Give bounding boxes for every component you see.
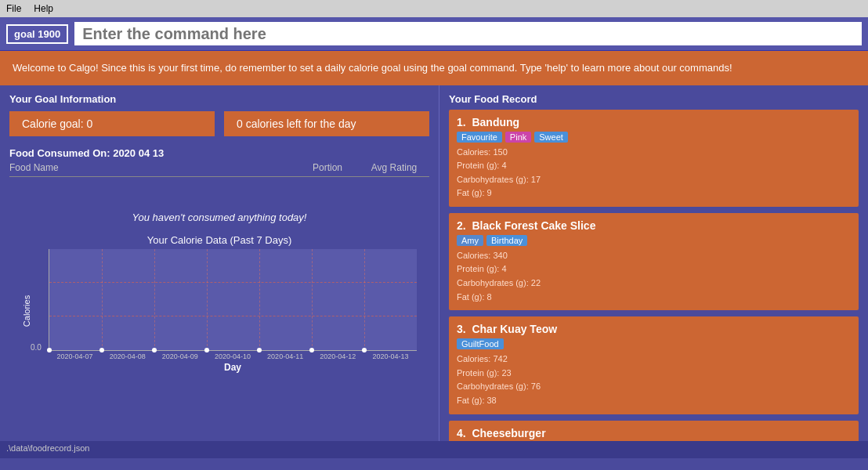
food-record-item: 4. Cheeseburger Restaurant Calories: 450… <box>449 421 859 441</box>
food-record-list[interactable]: 1. Bandung FavouritePinkSweet Calories: … <box>439 110 868 441</box>
chart-x-axis-label: Day <box>42 362 423 373</box>
no-food-message: You haven't consumed anything today! <box>9 212 429 223</box>
food-tag: Pink <box>505 132 531 143</box>
col-food-name: Food Name <box>9 162 296 173</box>
food-protein: Protein (g): 4 <box>457 159 851 173</box>
food-fat: Fat (g): 9 <box>457 186 851 201</box>
dot-3 <box>204 348 209 352</box>
x-label-1: 2020-04-08 <box>110 352 146 360</box>
food-item-name: 3. Char Kuay Teow <box>457 323 851 335</box>
food-record-item: 3. Char Kuay Teow GuiltFood Calories: 74… <box>449 316 859 414</box>
calories-left-box: 0 calories left for the day <box>224 111 429 136</box>
calorie-goal-box: Calorie goal: 0 <box>9 111 215 136</box>
vline-1 <box>102 249 103 350</box>
food-item-name: 1. Bandung <box>457 116 851 128</box>
col-rating: Avg Rating <box>359 162 429 173</box>
chart-area: Your Calorie Data (Past 7 Days) Calories <box>9 231 429 441</box>
dot-1 <box>99 348 104 352</box>
food-item-name: 2. Black Forest Cake Slice <box>457 219 851 232</box>
food-calories: Calories: 742 <box>457 352 851 367</box>
dot-6 <box>362 348 367 352</box>
food-carbs: Carbohydrates (g): 17 <box>457 173 851 187</box>
right-panel: Your Food Record 1. Bandung FavouritePin… <box>439 85 868 441</box>
x-label-2: 2020-04-09 <box>162 352 198 360</box>
x-label-6: 2020-04-13 <box>372 352 408 360</box>
chart-zero-label: 0.0 <box>31 343 42 352</box>
vline-6 <box>364 249 365 350</box>
food-fat: Fat (g): 8 <box>457 291 851 305</box>
food-tag: Birthday <box>486 235 527 246</box>
food-item-name: 4. Cheeseburger <box>457 427 851 439</box>
welcome-banner: Welcome to Calgo! Since this is your fir… <box>0 51 868 85</box>
food-record-title: Your Food Record <box>439 85 868 110</box>
dot-4 <box>257 348 262 352</box>
grid-line-2 <box>49 282 417 283</box>
status-bar: .\data\foodrecord.json <box>0 441 868 458</box>
food-protein: Protein (g): 23 <box>457 367 851 381</box>
food-carbs: Carbohydrates (g): 76 <box>457 380 851 394</box>
x-label-4: 2020-04-11 <box>267 352 303 360</box>
dot-5 <box>309 348 314 352</box>
vline-4 <box>259 249 260 350</box>
left-panel: Your Goal Information Calorie goal: 0 0 … <box>0 85 439 441</box>
food-fat: Fat (g): 38 <box>457 394 851 408</box>
food-record-item: 1. Bandung FavouritePinkSweet Calories: … <box>449 110 859 207</box>
command-bar: goal 1900 <box>0 17 868 51</box>
food-tag: Favourite <box>457 132 502 143</box>
food-consumed-title: Food Consumed On: 2020 04 13 <box>9 147 429 159</box>
x-label-0: 2020-04-07 <box>57 352 93 360</box>
food-tag: Amy <box>457 235 483 246</box>
chart-x-labels: 2020-04-07 2020-04-08 2020-04-09 2020-04… <box>49 352 417 360</box>
main-layout: Your Goal Information Calorie goal: 0 0 … <box>0 85 868 441</box>
col-portion: Portion <box>296 162 359 173</box>
goal-boxes: Calorie goal: 0 0 calories left for the … <box>9 111 429 136</box>
food-tag: GuiltFood <box>457 338 504 349</box>
chart-title: Your Calorie Data (Past 7 Days) <box>9 234 429 246</box>
food-table-header: Food Name Portion Avg Rating <box>9 162 429 177</box>
x-label-5: 2020-04-12 <box>320 352 356 360</box>
status-text: .\data\foodrecord.json <box>6 443 89 453</box>
chart-container: 0.0 <box>49 249 417 351</box>
command-input[interactable] <box>74 22 862 45</box>
chart-y-label: Calories <box>22 295 31 326</box>
vline-2 <box>154 249 155 350</box>
menu-file[interactable]: File <box>6 3 21 14</box>
dot-0 <box>47 348 52 352</box>
dot-2 <box>152 348 157 352</box>
menu-bar: File Help <box>0 0 868 17</box>
menu-help[interactable]: Help <box>34 3 53 14</box>
x-label-3: 2020-04-10 <box>215 352 251 360</box>
goal-badge: goal 1900 <box>6 24 68 44</box>
food-tag: Sweet <box>534 132 568 143</box>
vline-5 <box>312 249 313 350</box>
vline-3 <box>207 249 208 350</box>
food-carbs: Carbohydrates (g): 22 <box>457 277 851 291</box>
grid-line-1 <box>49 316 417 316</box>
goal-info-title: Your Goal Information <box>9 93 429 105</box>
food-record-item: 2. Black Forest Cake Slice AmyBirthday C… <box>449 213 859 310</box>
food-calories: Calories: 150 <box>457 146 851 160</box>
food-protein: Protein (g): 4 <box>457 262 851 277</box>
food-calories: Calories: 340 <box>457 249 851 263</box>
